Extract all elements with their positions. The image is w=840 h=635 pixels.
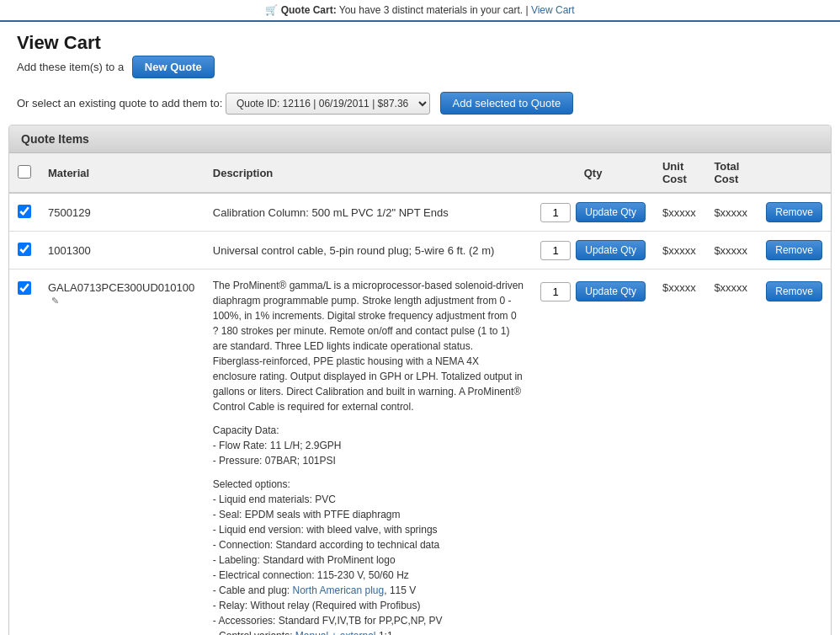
existing-quote-label: Or select an existing quote to add them …: [17, 97, 222, 109]
selected-option-line: - Liquid end materials: PVC: [213, 492, 524, 507]
item-1-qty-cell: Update Qty: [532, 193, 654, 232]
selected-option-line: - Liquid end version: with bleed valve, …: [213, 522, 524, 537]
existing-quote-row: Or select an existing quote to add them …: [0, 85, 840, 125]
item-2-remove-button[interactable]: Remove: [766, 240, 822, 260]
item-3-unit-cost: $xxxxx: [654, 269, 705, 636]
item-1-total-cost: $xxxxx: [705, 193, 758, 232]
table-row: GALA0713PCE300UD010100 ✎ The ProMinent® …: [9, 269, 831, 636]
item-2-total-cost: $xxxxx: [705, 232, 758, 269]
selected-option-line: - Labeling: Standard with ProMinent logo: [213, 552, 524, 568]
item-3-remove-button[interactable]: Remove: [766, 281, 822, 301]
edit-icon[interactable]: ✎: [51, 296, 59, 306]
quote-items-section: Quote Items Material Description Qty Uni…: [8, 125, 832, 635]
selected-option-line: - Control variants: Manual + external 1:…: [213, 628, 524, 635]
col-action: [758, 153, 831, 193]
col-description: Description: [205, 153, 532, 193]
item-3-material: GALA0713PCE300UD010100 ✎: [40, 269, 205, 636]
section-header: Quote Items: [9, 125, 831, 153]
page-title: View Cart: [17, 32, 823, 54]
item-2-unit-cost: $xxxxx: [654, 232, 705, 269]
item-3-qty-cell: Update Qty: [532, 269, 654, 636]
item-1-checkbox[interactable]: [18, 205, 31, 218]
selected-option-line: - Relay: Without relay (Required with Pr…: [213, 598, 524, 613]
capacity-line: - Flow Rate: 11 L/H; 2.9GPH: [213, 438, 524, 453]
col-material: Material: [40, 153, 205, 193]
header-area: View Cart Add these item(s) to a New Quo…: [0, 22, 840, 85]
item-1-remove-button[interactable]: Remove: [766, 202, 822, 222]
new-quote-button[interactable]: New Quote: [132, 56, 215, 78]
col-total-cost: Total Cost: [705, 153, 758, 193]
selected-option-line: - Accessories: Standard FV,IV,TB for PP,…: [213, 613, 524, 628]
selected-option-line: - Electrical connection: 115-230 V, 50/6…: [213, 568, 524, 583]
selected-option-line: - Connection: Standard according to tech…: [213, 537, 524, 552]
item-1-description: Calibration Column: 500 mL PVC 1/2" NPT …: [205, 193, 532, 232]
col-unit-cost: Unit Cost: [654, 153, 705, 193]
item-1-unit-cost: $xxxxx: [654, 193, 705, 232]
table-row: 7500129 Calibration Column: 500 mL PVC 1…: [9, 193, 831, 232]
top-banner: 🛒 Quote Cart: You have 3 distinct materi…: [0, 0, 840, 22]
add-to-quote-button[interactable]: Add selected to Quote: [440, 92, 574, 115]
item-3-total-cost: $xxxxx: [705, 269, 758, 636]
banner-message: You have 3 distinct materials in your ca…: [339, 4, 531, 16]
item-2-material: 1001300: [40, 232, 205, 269]
item-1-update-qty-button[interactable]: Update Qty: [576, 202, 646, 222]
capacity-line: - Pressure: 07BAR; 101PSI: [213, 453, 524, 468]
col-qty: Qty: [532, 153, 654, 193]
selected-option-line: - Cable and plug: North American plug, 1…: [213, 583, 524, 598]
item-3-qty-input[interactable]: [540, 282, 571, 301]
items-table: Material Description Qty Unit Cost Total…: [9, 153, 831, 635]
quote-cart-label: Quote Cart:: [281, 4, 337, 16]
item-3-description: The ProMinent® gamma/L is a microprocess…: [205, 269, 532, 636]
item-1-qty-input[interactable]: [540, 203, 571, 222]
cart-icon: 🛒: [265, 4, 278, 16]
item-2-qty-cell: Update Qty: [532, 232, 654, 269]
item-1-material: 7500129: [40, 193, 205, 232]
selected-option-line: - Seal: EPDM seals with PTFE diaphragm: [213, 507, 524, 522]
select-all-checkbox[interactable]: [18, 165, 31, 179]
item-2-checkbox[interactable]: [18, 243, 31, 256]
table-row: 1001300 Universal control cable, 5-pin r…: [9, 232, 831, 269]
item-3-checkbox[interactable]: [18, 281, 31, 295]
existing-quote-select[interactable]: Quote ID: 12116 | 06/19/2011 | $87.36: [226, 93, 430, 115]
item-2-qty-input[interactable]: [540, 241, 571, 260]
item-2-update-qty-button[interactable]: Update Qty: [576, 240, 646, 260]
item-3-update-qty-button[interactable]: Update Qty: [576, 281, 646, 301]
page-subtitle: Add these item(s) to a New Quote: [17, 56, 823, 78]
item-2-description: Universal control cable, 5-pin round plu…: [205, 232, 532, 269]
view-cart-link[interactable]: View Cart: [531, 4, 575, 16]
